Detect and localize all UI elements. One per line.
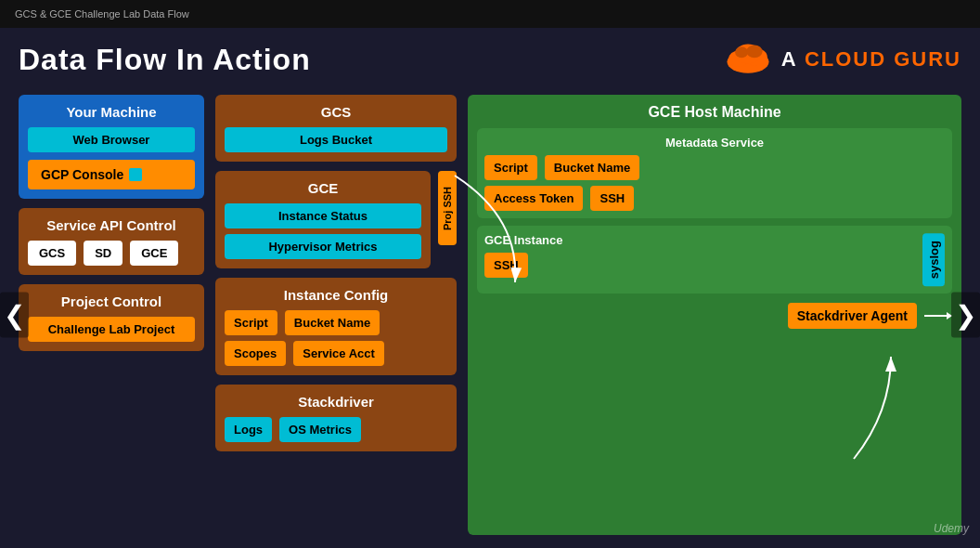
right-column: GCE Host Machine Metadata Service Script… xyxy=(468,95,961,535)
stackdriver-items: Logs OS Metrics xyxy=(225,417,447,442)
service-gcs-box: GCS xyxy=(28,241,76,266)
gce-row: GCE Instance Status Hypervisor Metrics P… xyxy=(215,171,457,268)
stackdriver-title: Stackdriver xyxy=(225,394,447,410)
project-control-panel: Project Control Challenge Lab Project xyxy=(19,284,204,351)
gcp-console-teal-indicator xyxy=(129,168,142,181)
nav-right-arrow[interactable]: ❯ xyxy=(951,293,980,338)
metadata-bucket-name-box: Bucket Name xyxy=(545,155,639,180)
metadata-service-title: Metadata Service xyxy=(484,136,945,150)
stackdriver-agent-box: Stackdriver Agent xyxy=(788,303,917,329)
middle-column: GCS Logs Bucket GCE Instance Status Hype… xyxy=(215,95,457,535)
service-gce-box: GCE xyxy=(130,241,178,266)
left-column: Your Machine Web Browser GCP Console Ser… xyxy=(19,95,204,535)
stackdriver-agent-row: Stackdriver Agent xyxy=(477,294,952,329)
header-bar: GCS & GCE Challenge Lab Data Flow xyxy=(0,0,980,28)
hypervisor-metrics-box: Hypervisor Metrics xyxy=(225,234,421,259)
stackdriver-agent-arrow xyxy=(924,308,952,323)
gcs-panel: GCS Logs Bucket xyxy=(215,95,457,162)
svg-point-5 xyxy=(746,45,762,58)
cloud-guru-icon xyxy=(724,39,772,80)
challenge-lab-box: Challenge Lab Project xyxy=(28,317,195,342)
logs-box: Logs xyxy=(225,417,272,442)
main-content: ❮ Your Machine Web Browser GCP Console S… xyxy=(0,87,980,542)
gce-instance-title: GCE Instance xyxy=(484,233,915,247)
title-bar: Data Flow In Action A CLOUD GURU xyxy=(0,28,980,87)
gce-host-title: GCE Host Machine xyxy=(477,104,952,121)
metadata-service-panel: Metadata Service Script Bucket Name Acce… xyxy=(477,128,952,218)
your-machine-title: Your Machine xyxy=(28,104,195,120)
nav-left-arrow[interactable]: ❮ xyxy=(0,293,29,338)
your-machine-panel: Your Machine Web Browser GCP Console xyxy=(19,95,204,199)
instance-ssh-box: SSH xyxy=(484,253,528,278)
service-sd-box: SD xyxy=(84,241,122,266)
project-control-title: Project Control xyxy=(28,294,195,309)
metadata-ssh-box: SSH xyxy=(590,186,634,211)
page-title: Data Flow In Action xyxy=(19,43,311,77)
instance-bucket-name-box: Bucket Name xyxy=(285,310,380,335)
gce-instance-panel: GCE Instance SSH syslog xyxy=(477,226,952,294)
udemy-watermark: Udemy xyxy=(934,522,969,535)
logo-text: A CLOUD GURU xyxy=(781,47,961,72)
gcs-title: GCS xyxy=(225,104,447,120)
instance-config-title: Instance Config xyxy=(225,287,447,303)
svg-point-4 xyxy=(735,46,748,58)
logs-bucket-box: Logs Bucket xyxy=(225,127,447,152)
service-acct-box: Service Acct xyxy=(293,341,384,366)
syslog-tab: syslog xyxy=(922,233,945,286)
metadata-row1: Script Bucket Name xyxy=(484,155,945,180)
stackdriver-panel: Stackdriver Logs OS Metrics xyxy=(215,385,457,451)
instance-config-row1: Script Bucket Name xyxy=(225,310,447,335)
instance-config-row2: Scopes Service Acct xyxy=(225,341,447,366)
header-title: GCS & GCE Challenge Lab Data Flow xyxy=(15,8,189,20)
instance-config-panel: Instance Config Script Bucket Name Scope… xyxy=(215,278,457,375)
gce-host-panel: GCE Host Machine Metadata Service Script… xyxy=(468,95,961,535)
gce-instance-content: GCE Instance SSH xyxy=(484,233,915,278)
scopes-box: Scopes xyxy=(225,341,286,366)
gce-title: GCE xyxy=(225,180,421,196)
metadata-row2: Access Token SSH xyxy=(484,186,945,211)
service-api-panel: Service API Control GCS SD GCE xyxy=(19,208,204,275)
metadata-script-box: Script xyxy=(484,155,537,180)
logo-area: A CLOUD GURU xyxy=(724,39,961,80)
service-api-items: GCS SD GCE xyxy=(28,241,195,266)
service-api-title: Service API Control xyxy=(28,217,195,233)
access-token-box: Access Token xyxy=(484,186,583,211)
os-metrics-box: OS Metrics xyxy=(279,417,361,442)
gce-panel: GCE Instance Status Hypervisor Metrics xyxy=(215,171,431,268)
proj-ssh-tab: Proj SSH xyxy=(438,171,457,245)
gcp-console-box: GCP Console xyxy=(28,160,195,189)
web-browser-box: Web Browser xyxy=(28,127,195,152)
instance-status-box: Instance Status xyxy=(225,203,421,228)
instance-script-box: Script xyxy=(225,310,277,335)
